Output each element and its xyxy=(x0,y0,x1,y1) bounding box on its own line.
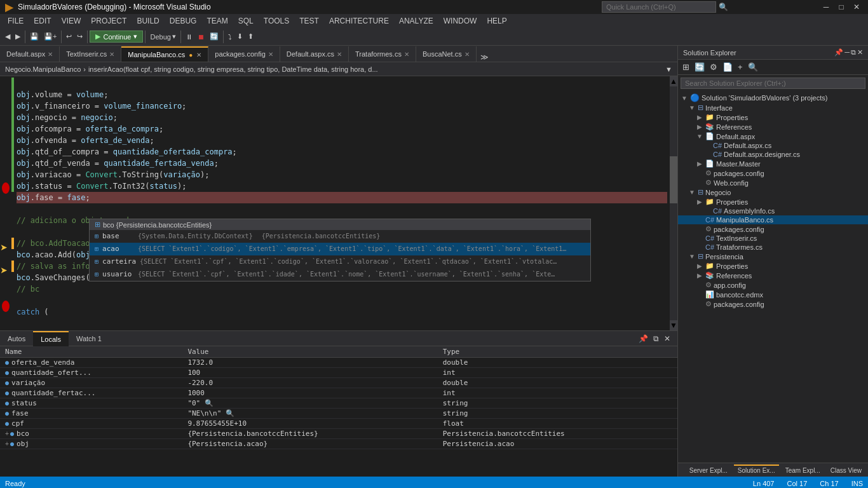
se-tool-1[interactable]: ⊞ xyxy=(681,61,691,73)
close-tab-textinserir[interactable]: ✕ xyxy=(109,51,114,58)
step-into-button[interactable]: ⬇ xyxy=(234,31,245,42)
expand-bco[interactable]: + xyxy=(5,430,9,437)
ac-item-acao[interactable]: ⊞ acao {SELECT `Extent1`.`codigo`, `Exte… xyxy=(90,243,590,255)
stop-button[interactable]: ⏹ xyxy=(195,32,207,42)
search-btn-status[interactable]: 🔍 xyxy=(205,399,214,407)
pause-button[interactable]: ⏸ xyxy=(183,32,195,42)
expand-obj[interactable]: + xyxy=(5,440,9,447)
close-tab-default-aspx[interactable]: ✕ xyxy=(48,51,53,58)
tab-default-aspx[interactable]: Default.aspx ✕ xyxy=(0,46,60,62)
class-view-tab[interactable]: Class View xyxy=(827,464,865,475)
menu-build[interactable]: BUILD xyxy=(132,15,164,27)
window-controls[interactable]: ─ □ ✕ xyxy=(820,2,863,12)
editor-scrollbar[interactable]: ▲ ▼ xyxy=(670,76,677,330)
menu-sql[interactable]: SQL xyxy=(233,15,259,27)
se-pin[interactable]: 📌 xyxy=(834,48,843,57)
debug-tab-autos[interactable]: Autos xyxy=(0,331,33,346)
menu-view[interactable]: VIEW xyxy=(57,15,86,27)
se-float[interactable]: ⧉ xyxy=(851,48,856,57)
code-editor[interactable]: ➤ ➤ xyxy=(0,76,677,330)
menu-team[interactable]: TEAM xyxy=(201,15,233,27)
debug-tab-watch1[interactable]: Watch 1 xyxy=(69,331,109,346)
se-project-persistencia[interactable]: ▼ ⊟ Persistencia xyxy=(678,252,868,261)
scroll-thumb[interactable] xyxy=(670,156,677,203)
se-solution[interactable]: ▼ 🔵 Solution 'SimuladorBValores' (3 proj… xyxy=(678,93,868,103)
se-tool-4[interactable]: 📄 xyxy=(721,61,735,73)
tab-overflow[interactable]: ≫ xyxy=(477,53,492,62)
code-content[interactable]: obj.volume = volume; obj.v_financeiro = … xyxy=(14,76,670,330)
se-negocio-packages[interactable]: ⚙ packages.config xyxy=(678,224,868,234)
close-tab-buscanet[interactable]: ✕ xyxy=(465,51,470,58)
se-negocio-properties[interactable]: ▶ 📁 Properties xyxy=(678,197,868,207)
se-negocio-assemblyinfo[interactable]: C# AssemblyInfo.cs xyxy=(678,207,868,215)
scroll-track[interactable] xyxy=(670,86,677,320)
back-button[interactable]: ◀ xyxy=(3,31,13,42)
debug-dropdown[interactable]: Debug ▾ xyxy=(147,31,178,42)
se-search-input[interactable] xyxy=(681,78,865,89)
menu-project[interactable]: PROJECT xyxy=(86,15,132,27)
close-button[interactable]: ✕ xyxy=(850,2,863,12)
save-button[interactable]: 💾 xyxy=(27,31,41,42)
search-btn-fase[interactable]: 🔍 xyxy=(226,409,234,417)
se-master-master[interactable]: ▶ 📄 Master.Master xyxy=(678,159,868,168)
undo-button[interactable]: ↩ xyxy=(64,31,74,42)
ac-item-usuario[interactable]: ⊞ usuario {SELECT `Extent1`.`cpf`, `Exte… xyxy=(90,268,590,281)
se-manipulabanco-cs[interactable]: C# ManipulaBanco.cs xyxy=(678,215,868,224)
restart-button[interactable]: 🔄 xyxy=(207,31,221,42)
quick-launch-input[interactable] xyxy=(602,1,716,13)
se-collapse[interactable]: ─ xyxy=(844,48,850,57)
tab-buscanet-cs[interactable]: BuscaNet.cs ✕ xyxy=(416,46,477,62)
se-persistencia-references[interactable]: ▶ 📚 References xyxy=(678,271,868,280)
save-all-button[interactable]: 💾+ xyxy=(41,31,59,42)
se-textinserir-cs[interactable]: C# TextInserir.cs xyxy=(678,234,868,243)
ac-item-base[interactable]: ⊞ base {System.Data.Entity.DbContext} {P… xyxy=(90,230,590,243)
debug-tab-locals[interactable]: Locals xyxy=(33,331,69,346)
se-tool-6[interactable]: 🔍 xyxy=(746,61,760,73)
team-explorer-tab[interactable]: Team Expl... xyxy=(782,464,824,475)
menu-edit[interactable]: EDIT xyxy=(29,15,56,27)
step-out-button[interactable]: ⬆ xyxy=(245,31,256,42)
solution-explorer-tab[interactable]: Solution Ex... xyxy=(734,464,779,475)
se-app-config[interactable]: ⚙ app.config xyxy=(678,280,868,290)
tab-manipulabanco-cs[interactable]: ManipulaBanco.cs ● ✕ xyxy=(121,46,208,62)
ac-item-carteira[interactable]: ⊞ carteira {SELECT `Extent1`.`cpf`, `Ext… xyxy=(90,255,590,268)
continue-button[interactable]: ▶ Continue ▾ xyxy=(90,30,143,43)
scroll-down[interactable]: ▼ xyxy=(670,320,677,330)
se-interface-references[interactable]: ▶ 📚 References xyxy=(678,122,868,132)
se-tool-2[interactable]: 🔄 xyxy=(693,61,707,73)
se-project-negocio[interactable]: ▼ ⊟ Negocio xyxy=(678,187,868,197)
tab-packages-config[interactable]: packages.config ✕ xyxy=(208,46,280,62)
menu-help[interactable]: HELP xyxy=(482,15,512,27)
menu-tools[interactable]: TOOLS xyxy=(259,15,294,27)
scroll-up[interactable]: ▲ xyxy=(670,76,677,86)
se-persistencia-properties[interactable]: ▶ 📁 Properties xyxy=(678,261,868,271)
breadcrumb-namespace[interactable]: Negocio.ManipulaBanco xyxy=(5,65,81,73)
se-tool-3[interactable]: ⚙ xyxy=(708,61,719,73)
se-interface-packages[interactable]: ⚙ packages.config xyxy=(678,168,868,178)
menu-architecture[interactable]: ARCHITECTURE xyxy=(324,15,394,27)
se-project-interface[interactable]: ▼ ⊟ Interface xyxy=(678,103,868,112)
se-interface-properties[interactable]: ▶ 📁 Properties xyxy=(678,112,868,122)
debug-float[interactable]: ⧉ xyxy=(651,334,661,343)
se-defaultaspx-designer-cs[interactable]: C# Default.aspx.designer.cs xyxy=(678,150,868,159)
breadcrumb-method[interactable]: inserirAcao(float cpf, string codigo, st… xyxy=(88,65,378,73)
menu-test[interactable]: TEST xyxy=(294,15,324,27)
forward-button[interactable]: ▶ xyxy=(13,31,23,42)
menu-debug[interactable]: DEBUG xyxy=(165,15,202,27)
breadcrumb-collapse[interactable]: ▼ xyxy=(665,65,672,73)
server-explorer-tab[interactable]: Server Expl... xyxy=(686,464,731,475)
se-defaultaspx-cs[interactable]: C# Default.aspx.cs xyxy=(678,141,868,150)
close-tab-default-aspx-cs[interactable]: ✕ xyxy=(337,51,342,58)
se-trataformes-cs[interactable]: C# Trataformes.cs xyxy=(678,243,868,252)
menu-file[interactable]: FILE xyxy=(3,15,29,27)
maximize-button[interactable]: □ xyxy=(835,2,848,12)
redo-button[interactable]: ↪ xyxy=(74,31,85,42)
se-interface-defaultaspx[interactable]: ▼ 📄 Default.aspx xyxy=(678,132,868,141)
se-close[interactable]: ✕ xyxy=(857,48,863,57)
se-web-config[interactable]: ⚙ Web.config xyxy=(678,178,868,187)
step-over-button[interactable]: ⤵ xyxy=(226,32,234,42)
close-tab-trataformes[interactable]: ✕ xyxy=(404,51,409,58)
menu-analyze[interactable]: ANALYZE xyxy=(394,15,438,27)
debug-close[interactable]: ✕ xyxy=(662,334,672,343)
tab-trataformes-cs[interactable]: Trataformes.cs ✕ xyxy=(349,46,416,62)
